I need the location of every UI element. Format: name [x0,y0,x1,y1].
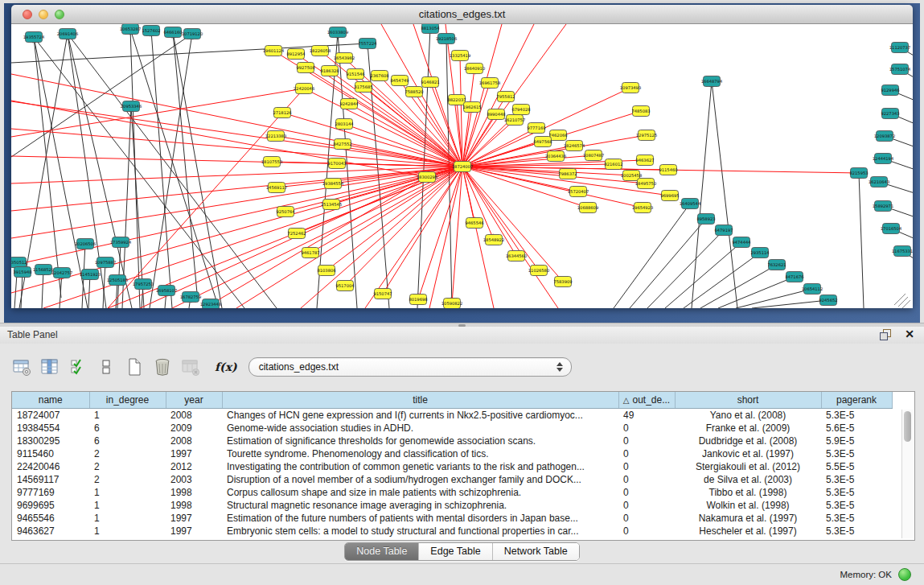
graph-edge-black[interactable] [165,296,166,308]
vertical-scrollbar[interactable] [901,410,914,538]
table-row[interactable]: 977716911998Corpus callosum shape and si… [12,486,892,499]
canvas-resize-grip[interactable] [894,294,906,305]
graph-node-label: 7557224 [358,41,377,46]
graph-edge-black[interactable] [88,280,90,308]
table-row[interactable]: 1872400712008Changes of HCN gene express… [12,409,892,422]
table-row[interactable]: 1456911722003Disruption of a novel membe… [12,473,892,486]
graph-node-label: 17957253 [133,282,154,286]
graph-node-label: 9227343 [881,111,899,116]
column-header-out-degree[interactable]: △out_de... [618,392,675,409]
graph-node-label: 12975125 [636,133,657,138]
graph-edge-red[interactable] [11,167,462,238]
graph-node-label: 8912954 [286,51,306,56]
tab-network-table[interactable]: Network Table [493,543,579,560]
trash-icon[interactable] [152,356,173,377]
graph-edge-red[interactable] [453,167,462,298]
graph-edge-black[interactable] [889,208,913,220]
graph-edge-black[interactable] [42,275,43,308]
column-header-short[interactable]: short [675,392,821,409]
graph-node-label: 6479197 [714,228,733,233]
graph-edge-red[interactable] [11,101,421,176]
graph-edge-black[interactable] [889,160,913,173]
graph-node-label: 9465546 [465,220,483,225]
tab-edge-table[interactable]: Edge Table [419,543,492,560]
graph-node-label: 15892971 [873,204,893,208]
graph-node-label: 11120737 [889,45,910,50]
network-canvas[interactable]: 1872400718300295196011248912954182260589… [11,24,913,308]
graph-node-label: 11451923 [80,272,101,277]
graph-edge-black[interactable] [132,35,219,308]
network-view-window[interactable]: citations_edges.txt 18724007183002951960… [11,5,913,308]
graph-edge-black[interactable] [150,39,191,308]
graph-edge-black[interactable] [713,87,737,308]
graph-edge-black[interactable] [885,183,913,196]
node-table-body: 1872400712008Changes of HCN gene express… [12,409,892,538]
table-row[interactable]: 2242004622012Investigating the contribut… [12,460,892,473]
graph-node-label: 15720407 [568,189,589,194]
graph-edge-red[interactable] [11,167,462,211]
table-selector-dropdown[interactable]: citations_edges.txt [248,357,572,377]
graph-node-label: 16210643 [869,179,889,184]
graph-node-label: 15751074 [889,67,911,72]
graph-node-label: 7252462 [287,231,306,236]
graph-edge-red[interactable] [11,129,462,167]
graph-node-label: 12923448 [200,302,221,307]
graph-node-label: 8186328 [320,68,339,73]
graph-edge-black[interactable] [614,208,687,308]
graph-node-label: 12505185 [107,278,128,282]
column-header-name[interactable]: name [12,392,89,409]
graph-edge-black[interactable] [684,256,755,308]
graph-edge-black[interactable] [890,138,913,150]
graph-node-label: 12213383 [265,134,286,138]
tab-node-table[interactable]: Node Table [345,543,419,560]
table-row[interactable]: 969969511998Structural magnetic resonanc… [12,499,892,512]
graph-edge-red[interactable] [43,167,462,308]
column-header-pagerank[interactable]: pagerank [821,392,892,409]
close-panel-icon[interactable]: ✕ [905,328,914,340]
column-visibility-icon[interactable] [39,356,60,377]
column-header-in-degree[interactable]: in_degree [89,392,166,409]
graph-edge-black[interactable] [174,38,222,308]
row-height-icon[interactable] [96,356,117,377]
scrollbar-thumb[interactable] [904,411,911,442]
graph-node-label: 16033809 [327,30,348,35]
table-row[interactable]: 946554611997Estimation of the future num… [12,512,892,525]
table-row[interactable]: 1830029562008Estimation of significance … [12,435,892,447]
new-file-icon[interactable] [124,356,145,377]
graph-node-label: 10973493 [620,85,641,90]
graph-node-label: 7986372 [558,171,577,176]
graph-edge-black[interactable] [189,303,190,308]
status-bar: Memory: OK [0,563,924,585]
network-window-title: citations_edges.txt [11,8,913,20]
table-row[interactable]: 1938455462009Genome-wide association stu… [12,422,892,435]
graph-edge-red[interactable] [11,89,298,137]
column-header-year[interactable]: year [166,392,222,409]
graph-node-label: 7583909 [553,279,572,284]
function-builder-icon[interactable]: f(x) [215,360,237,373]
table-row[interactable]: 911546021997Tourette syndrome. Phenomeno… [12,447,892,460]
table-settings-icon[interactable] [11,356,32,377]
graph-edge-black[interactable] [859,179,864,308]
graph-edge-black[interactable] [142,290,143,308]
float-panel-icon[interactable] [880,329,892,340]
graph-edge-red[interactable] [462,167,558,308]
graph-node-label: 20364436 [545,154,566,159]
graph-edge-black[interactable] [152,36,172,308]
graph-node-label: 10653287 [120,27,141,31]
graph-node-label: 8471676 [785,274,803,279]
graph-edge-black[interactable] [692,87,711,308]
select-all-icon[interactable] [68,356,88,377]
memory-status-indicator-icon[interactable] [898,568,911,581]
graph-edge-black[interactable] [736,290,807,308]
graph-edge-red[interactable] [288,114,462,167]
graph-node-label: 8427552 [333,142,351,146]
network-window-titlebar[interactable]: citations_edges.txt [11,5,913,24]
column-header-title[interactable]: title [222,392,618,409]
graph-edge-red[interactable] [11,167,462,266]
canvas-resize-grip[interactable] [898,297,908,307]
table-row[interactable]: 946362711997Embryonic stem cells: a mode… [12,525,892,538]
graph-edge-red[interactable] [349,167,462,282]
graph-node-label: 16958107 [156,288,177,293]
graph-node-label: 6794028 [511,107,530,112]
graph-node-label: 8215953 [849,171,868,175]
